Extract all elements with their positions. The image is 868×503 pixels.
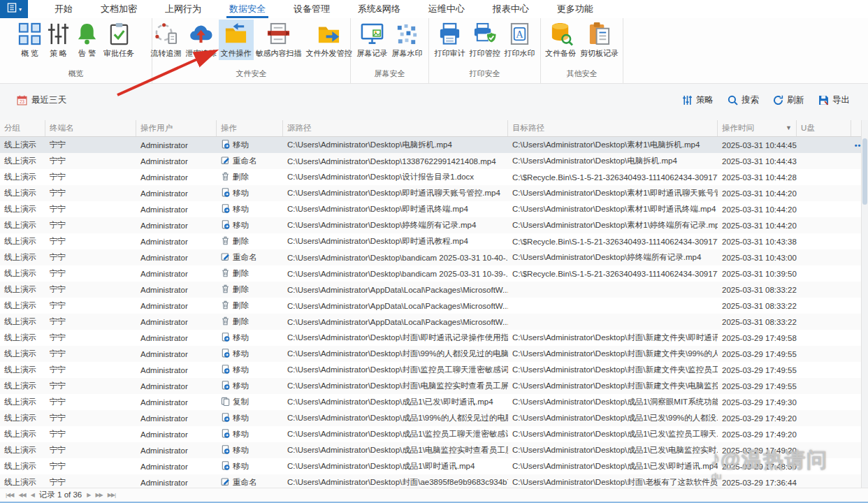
ribbon-item-alert-bell[interactable]: 告 警 <box>73 20 101 60</box>
tab-8[interactable]: 报表中心 <box>479 0 543 18</box>
app-menu-button[interactable]: ▾ <box>0 0 28 18</box>
table-row[interactable]: 线上演示宁宁Administrator删除C:\Users\Administra… <box>0 233 868 249</box>
table-row[interactable]: 线上演示宁宁Administrator移动C:\Users\Administra… <box>0 201 868 217</box>
table-row[interactable]: 线上演示宁宁Administrator复制C:\Users\Administra… <box>0 394 868 410</box>
cell-src: C:\Users\Administrator\Desktop\设计报告目录1.d… <box>283 172 508 182</box>
table-row[interactable]: 线上演示宁宁Administrator删除C:\Users\Administra… <box>0 282 868 298</box>
tab-5[interactable]: 设备管理 <box>280 0 344 18</box>
cell-src: C:\Users\Administrator\Desktop\封面\监控员工聊天… <box>283 365 508 375</box>
table-row[interactable]: 线上演示宁宁Administrator移动C:\Users\Administra… <box>0 378 868 394</box>
ribbon-item-file-backup[interactable]: 文件备份 <box>543 20 578 60</box>
table-row[interactable]: 线上演示宁宁Administrator移动C:\Users\Administra… <box>0 442 868 458</box>
cell-user: Administrator <box>136 189 217 198</box>
cell-user: Administrator <box>136 446 217 455</box>
print-watermark-icon: A <box>507 22 532 46</box>
cell-user: Administrator <box>136 141 217 150</box>
delete-icon <box>221 172 230 182</box>
sliders-button[interactable]: 策略 <box>682 94 714 106</box>
operation-label: 移动 <box>233 365 249 375</box>
table-row[interactable]: 线上演示宁宁Administrator移动C:\Users\Administra… <box>0 426 868 442</box>
ribbon-item-screen-watermark[interactable]: 屏幕水印 <box>390 20 425 60</box>
fast-prev-button[interactable]: ◀◀ <box>18 492 25 498</box>
table-row[interactable]: 线上演示宁宁Administrator移动C:\Users\Administra… <box>0 330 868 346</box>
table-row[interactable]: 线上演示宁宁Administrator删除C:\Users\Administra… <box>0 169 868 185</box>
column-header-4[interactable]: 操作 <box>217 120 283 136</box>
column-header-6[interactable]: 目标路径 <box>508 120 718 136</box>
cell-op: 移动 <box>217 204 283 214</box>
tab-6[interactable]: 系统&网络 <box>344 0 414 18</box>
filter-dropdown-icon[interactable]: ▼ <box>783 120 792 136</box>
vertical-scrollbar[interactable] <box>861 120 868 488</box>
ribbon-item-print-watermark[interactable]: A打印水印 <box>502 20 537 60</box>
ribbon-item-policy-sliders[interactable]: 策 略 <box>44 20 73 60</box>
ribbon-item-screen-record[interactable]: 屏幕记录 <box>355 20 390 60</box>
cell-dst: C:\Users\Administrator\Desktop\素材1\即时通讯终… <box>508 204 718 214</box>
ribbon-item-print-control[interactable]: 打印管控 <box>468 20 502 60</box>
ribbon-item-file-operation[interactable]: 文件操作 <box>219 20 254 60</box>
ribbon-item-print-audit[interactable]: 打印审计 <box>433 20 468 60</box>
cell-dst: C:\$Recycle.Bin\S-1-5-21-326340493-11140… <box>508 238 718 246</box>
cell-time: 2025-03-31 10:39:50 <box>718 270 797 278</box>
next-page-button[interactable]: ▶ <box>87 492 90 498</box>
table-row[interactable]: 线上演示宁宁Administrator移动C:\Users\Administra… <box>0 362 868 378</box>
ribbon-item-file-outgoing[interactable]: 文件外发管控 <box>304 20 354 60</box>
menu-tabs: 开始文档加密上网行为数据安全设备管理系统&网络运维中心报表中心更多功能 <box>41 0 607 18</box>
fast-next-button[interactable]: ▶▶ <box>95 492 102 498</box>
ribbon-item-sensitive-scan[interactable]: 敏感内容扫描 <box>254 20 304 60</box>
refresh-icon <box>773 95 783 105</box>
ribbon-item-flow-trace[interactable]: 流转追溯 <box>149 20 184 60</box>
table-row[interactable]: 线上演示宁宁Administrator移动C:\Users\Administra… <box>0 185 868 201</box>
cell-group: 线上演示 <box>0 429 45 439</box>
rename-icon <box>221 477 230 488</box>
table-row[interactable]: 线上演示宁宁Administrator删除C:\Users\Administra… <box>0 314 868 330</box>
tab-9[interactable]: 更多功能 <box>543 0 607 18</box>
operation-label: 重命名 <box>233 252 257 263</box>
tab-2[interactable]: 文档加密 <box>87 0 151 18</box>
column-header-2[interactable]: 终端名 <box>45 120 136 136</box>
tab-1[interactable]: 开始 <box>41 0 87 18</box>
refresh-button[interactable]: 刷新 <box>773 94 804 106</box>
column-header-7[interactable]: 操作时间▼ <box>718 120 797 136</box>
column-header-8[interactable]: U盘 <box>797 120 851 136</box>
column-header-3[interactable]: 操作用户 <box>136 120 217 136</box>
cell-op: 移动 <box>217 188 283 198</box>
table-row[interactable]: 线上演示宁宁Administrator移动C:\Users\Administra… <box>0 410 868 426</box>
cell-user: Administrator <box>136 173 217 182</box>
cell-dst: C:\Users\Administrator\Desktop\素材1\电脑拆机.… <box>508 140 718 150</box>
ribbon-item-overview-grid[interactable]: 概 览 <box>15 20 44 60</box>
tab-4[interactable]: 数据安全 <box>215 0 280 18</box>
date-range-filter[interactable]: 23 最近三天 <box>17 94 66 106</box>
table-row[interactable]: 线上演示宁宁Administrator删除C:\Users\Administra… <box>0 298 868 314</box>
cell-group: 线上演示 <box>0 284 45 295</box>
toolbar-action-label: 刷新 <box>787 94 804 106</box>
cell-terminal: 宁宁 <box>45 156 136 166</box>
tab-7[interactable]: 运维中心 <box>414 0 479 18</box>
table-row[interactable]: 线上演示宁宁Administrator移动C:\Users\Administra… <box>0 346 868 362</box>
scrollbar-thumb[interactable] <box>862 138 867 205</box>
table-row[interactable]: 线上演示宁宁Administrator移动C:\Users\Administra… <box>0 217 868 233</box>
column-header-1[interactable]: 分组 <box>0 120 45 136</box>
table-row[interactable]: 线上演示宁宁Administrator移动C:\Users\Administra… <box>0 137 868 153</box>
prev-page-button[interactable]: ◀ <box>31 492 34 498</box>
last-page-button[interactable]: ▶▶| <box>108 492 115 498</box>
cell-user: Administrator <box>136 479 217 487</box>
table-row[interactable]: 线上演示宁宁Administrator重命名C:\Users\Administr… <box>0 153 868 169</box>
tab-3[interactable]: 上网行为 <box>151 0 215 18</box>
cell-src: C:\Users\Administrator\Desktop\封面\99%的人都… <box>283 349 508 359</box>
cell-user: Administrator <box>136 334 217 342</box>
cell-dst: C:\Users\Administrator\Desktop\封面\新建文件夹\… <box>508 365 718 375</box>
ribbon-item-approval-tasks[interactable]: 审批任务 <box>101 20 136 60</box>
ribbon-item-leak-trace[interactable]: 泄密追踪 <box>184 20 219 60</box>
table-row[interactable]: 线上演示宁宁Administrator重命名C:\Users\Administr… <box>0 249 868 265</box>
cell-user: Administrator <box>136 398 217 407</box>
first-page-button[interactable]: |◀◀ <box>6 492 13 498</box>
column-header-5[interactable]: 源路径 <box>283 120 508 136</box>
table-row[interactable]: 线上演示宁宁Administrator移动C:\Users\Administra… <box>0 458 868 474</box>
cell-dst: C:\Users\Administrator\Desktop\成品1\已发\电脑… <box>508 445 718 455</box>
export-button[interactable]: 导出 <box>818 94 850 106</box>
operation-label: 删除 <box>233 236 249 247</box>
cell-op: 删除 <box>217 172 283 182</box>
search-button[interactable]: 搜索 <box>728 94 759 106</box>
ribbon-item-clipboard-record[interactable]: 剪切板记录 <box>578 20 621 60</box>
table-row[interactable]: 线上演示宁宁Administrator删除C:\Users\Administra… <box>0 265 868 282</box>
